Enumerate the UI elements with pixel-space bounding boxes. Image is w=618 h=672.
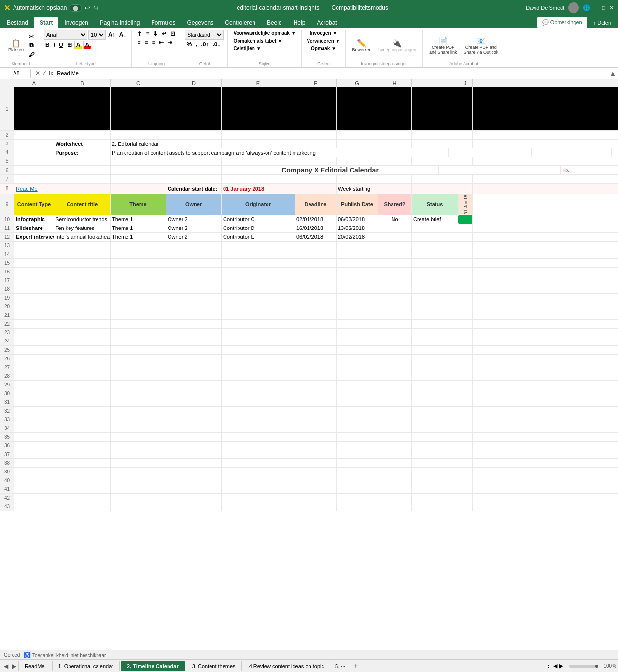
cell-i35[interactable] bbox=[412, 433, 458, 441]
align-middle-btn[interactable]: ≡ bbox=[144, 30, 151, 38]
cell-f10[interactable]: 02/01/2018 bbox=[295, 215, 337, 224]
cell-f27[interactable] bbox=[295, 363, 337, 372]
cell-h39[interactable] bbox=[378, 468, 412, 476]
cell-c3[interactable]: 2. Editorial calendar bbox=[111, 140, 166, 148]
cell-c17[interactable] bbox=[111, 276, 166, 285]
cell-d33[interactable] bbox=[166, 415, 222, 424]
cell-g6[interactable] bbox=[439, 166, 480, 174]
cell-j42[interactable] bbox=[458, 494, 473, 502]
cell-b42[interactable] bbox=[54, 494, 111, 502]
cell-e27[interactable] bbox=[222, 363, 295, 372]
cell-b23[interactable] bbox=[54, 329, 111, 337]
cell-j37[interactable] bbox=[458, 450, 473, 458]
cell-c19[interactable] bbox=[111, 294, 166, 302]
cell-d22[interactable] bbox=[166, 320, 222, 328]
cell-j23[interactable] bbox=[458, 329, 473, 337]
cell-g33[interactable] bbox=[337, 415, 378, 424]
cell-j43[interactable] bbox=[458, 502, 473, 511]
cell-h19[interactable] bbox=[378, 294, 412, 302]
align-center-btn[interactable]: ≡ bbox=[143, 39, 149, 46]
cell-g18[interactable] bbox=[337, 285, 378, 293]
sheet-next-btn[interactable]: ▶ bbox=[10, 662, 18, 671]
cell-g38[interactable] bbox=[337, 459, 378, 467]
cell-i17[interactable] bbox=[412, 276, 458, 285]
cell-a37[interactable] bbox=[14, 450, 54, 458]
maximize-btn[interactable]: □ bbox=[602, 4, 605, 11]
cell-c31[interactable] bbox=[111, 398, 166, 406]
cell-i39[interactable] bbox=[412, 468, 458, 476]
cell-i6[interactable] bbox=[514, 166, 561, 174]
cell-b8[interactable] bbox=[54, 184, 111, 194]
scroll-area[interactable]: 1 2 3 bbox=[0, 87, 618, 511]
cell-g20[interactable] bbox=[337, 302, 378, 311]
cell-j17[interactable] bbox=[458, 276, 473, 285]
cell-i15[interactable] bbox=[412, 259, 458, 267]
header-status[interactable]: Status bbox=[412, 194, 458, 215]
cell-g19[interactable] bbox=[337, 294, 378, 302]
cell-f8[interactable] bbox=[295, 184, 337, 194]
confirm-formula-icon[interactable]: ✓ bbox=[42, 70, 47, 77]
cell-e10[interactable]: Contributor C bbox=[222, 215, 295, 224]
minimize-btn[interactable]: ─ bbox=[594, 4, 598, 11]
cell-b26[interactable] bbox=[54, 355, 111, 363]
cell-i31[interactable] bbox=[412, 398, 458, 406]
cell-e14[interactable] bbox=[222, 250, 295, 258]
cut-btn[interactable]: ✂ bbox=[27, 33, 36, 41]
cell-i27[interactable] bbox=[412, 363, 458, 372]
header-content-title[interactable]: Content title bbox=[54, 194, 111, 215]
cell-b5[interactable] bbox=[54, 157, 111, 165]
format-painter-btn[interactable]: 🖌 bbox=[27, 51, 36, 58]
cell-i12[interactable] bbox=[412, 233, 458, 241]
cell-a43[interactable] bbox=[14, 502, 54, 511]
cell-g28[interactable] bbox=[337, 372, 378, 380]
cell-e6-title[interactable]: Company X Editorial Calendar bbox=[222, 166, 439, 174]
cell-j7[interactable] bbox=[458, 175, 473, 183]
cell-h1[interactable] bbox=[378, 87, 412, 130]
cell-j36[interactable] bbox=[458, 442, 473, 450]
header-shared[interactable]: Shared? bbox=[378, 194, 412, 215]
cell-h17[interactable] bbox=[378, 276, 412, 285]
indent-inc-btn[interactable]: ⇥ bbox=[166, 39, 174, 46]
cell-a15[interactable] bbox=[14, 259, 54, 267]
cell-c26[interactable] bbox=[111, 355, 166, 363]
cell-h21[interactable] bbox=[378, 311, 412, 319]
cell-f20[interactable] bbox=[295, 302, 337, 311]
tab-acrobat[interactable]: Acrobat bbox=[311, 17, 342, 28]
cell-c24[interactable] bbox=[111, 337, 166, 345]
align-top-btn[interactable]: ⬆ bbox=[136, 30, 143, 38]
cell-e15[interactable] bbox=[222, 259, 295, 267]
cell-d27[interactable] bbox=[166, 363, 222, 372]
tab-controleren[interactable]: Controleren bbox=[219, 17, 261, 28]
cell-a20[interactable] bbox=[14, 302, 54, 311]
share-button[interactable]: ↑ Delen bbox=[590, 18, 615, 28]
cell-d13[interactable] bbox=[166, 242, 222, 250]
border-btn[interactable]: ⊞ bbox=[66, 41, 73, 49]
col-header-f[interactable]: F bbox=[295, 79, 337, 87]
cell-f29[interactable] bbox=[295, 381, 337, 389]
header-owner[interactable]: Owner bbox=[166, 194, 222, 215]
cell-b38[interactable] bbox=[54, 459, 111, 467]
cell-i8[interactable] bbox=[412, 184, 458, 194]
align-left-btn[interactable]: ≡ bbox=[136, 39, 142, 46]
cell-a2[interactable] bbox=[14, 131, 54, 139]
cell-h30[interactable] bbox=[378, 389, 412, 398]
cell-g16[interactable] bbox=[337, 268, 378, 276]
cell-d34[interactable] bbox=[166, 424, 222, 432]
cell-a36[interactable] bbox=[14, 442, 54, 450]
font-size-select[interactable]: 10 bbox=[88, 30, 106, 40]
cell-j12[interactable] bbox=[458, 233, 473, 241]
cell-h29[interactable] bbox=[378, 381, 412, 389]
cell-f21[interactable] bbox=[295, 311, 337, 319]
header-content-type[interactable]: Content Type bbox=[14, 194, 54, 215]
cell-e17[interactable] bbox=[222, 276, 295, 285]
sheet-tab-review[interactable]: 4.Review content ideas on topic bbox=[243, 661, 330, 671]
cell-j28[interactable] bbox=[458, 372, 473, 380]
cell-h32[interactable] bbox=[378, 407, 412, 415]
cell-h22[interactable] bbox=[378, 320, 412, 328]
cell-d19[interactable] bbox=[166, 294, 222, 302]
cell-h2[interactable] bbox=[378, 131, 412, 139]
cell-i20[interactable] bbox=[412, 302, 458, 311]
cell-a30[interactable] bbox=[14, 389, 54, 398]
conditional-format-btn[interactable]: Voorwaardelijke opmaak ▼ bbox=[232, 30, 297, 37]
col-header-j[interactable]: J bbox=[458, 79, 473, 87]
